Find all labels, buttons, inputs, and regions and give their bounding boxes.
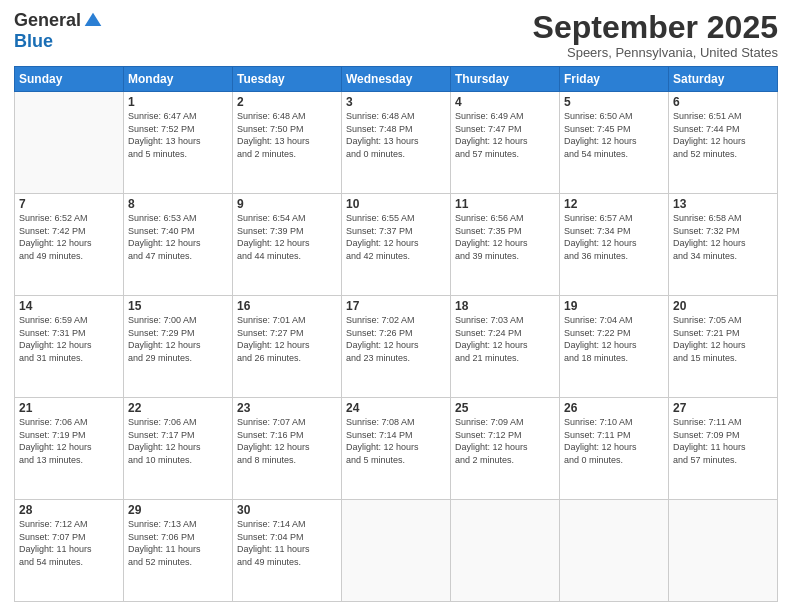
day-info: Sunrise: 7:00 AMSunset: 7:29 PMDaylight:… xyxy=(128,314,228,364)
day-info: Sunrise: 6:53 AMSunset: 7:40 PMDaylight:… xyxy=(128,212,228,262)
day-number: 17 xyxy=(346,299,446,313)
day-info: Sunrise: 6:58 AMSunset: 7:32 PMDaylight:… xyxy=(673,212,773,262)
calendar-week-2: 7Sunrise: 6:52 AMSunset: 7:42 PMDaylight… xyxy=(15,194,778,296)
table-row xyxy=(560,500,669,602)
day-info: Sunrise: 6:50 AMSunset: 7:45 PMDaylight:… xyxy=(564,110,664,160)
table-row: 5Sunrise: 6:50 AMSunset: 7:45 PMDaylight… xyxy=(560,92,669,194)
day-number: 29 xyxy=(128,503,228,517)
calendar-week-1: 1Sunrise: 6:47 AMSunset: 7:52 PMDaylight… xyxy=(15,92,778,194)
day-info: Sunrise: 7:11 AMSunset: 7:09 PMDaylight:… xyxy=(673,416,773,466)
day-info: Sunrise: 7:07 AMSunset: 7:16 PMDaylight:… xyxy=(237,416,337,466)
title-area: September 2025 Speers, Pennsylvania, Uni… xyxy=(533,10,778,60)
table-row: 10Sunrise: 6:55 AMSunset: 7:37 PMDayligh… xyxy=(342,194,451,296)
day-info: Sunrise: 6:59 AMSunset: 7:31 PMDaylight:… xyxy=(19,314,119,364)
day-number: 27 xyxy=(673,401,773,415)
day-number: 4 xyxy=(455,95,555,109)
day-number: 28 xyxy=(19,503,119,517)
day-number: 19 xyxy=(564,299,664,313)
table-row: 1Sunrise: 6:47 AMSunset: 7:52 PMDaylight… xyxy=(124,92,233,194)
day-number: 24 xyxy=(346,401,446,415)
table-row: 13Sunrise: 6:58 AMSunset: 7:32 PMDayligh… xyxy=(669,194,778,296)
day-number: 20 xyxy=(673,299,773,313)
day-number: 12 xyxy=(564,197,664,211)
day-info: Sunrise: 7:05 AMSunset: 7:21 PMDaylight:… xyxy=(673,314,773,364)
day-number: 14 xyxy=(19,299,119,313)
day-number: 10 xyxy=(346,197,446,211)
table-row: 27Sunrise: 7:11 AMSunset: 7:09 PMDayligh… xyxy=(669,398,778,500)
day-number: 13 xyxy=(673,197,773,211)
day-number: 1 xyxy=(128,95,228,109)
table-row xyxy=(15,92,124,194)
table-row: 6Sunrise: 6:51 AMSunset: 7:44 PMDaylight… xyxy=(669,92,778,194)
day-info: Sunrise: 7:06 AMSunset: 7:17 PMDaylight:… xyxy=(128,416,228,466)
table-row: 28Sunrise: 7:12 AMSunset: 7:07 PMDayligh… xyxy=(15,500,124,602)
day-info: Sunrise: 6:55 AMSunset: 7:37 PMDaylight:… xyxy=(346,212,446,262)
col-saturday: Saturday xyxy=(669,67,778,92)
table-row: 16Sunrise: 7:01 AMSunset: 7:27 PMDayligh… xyxy=(233,296,342,398)
day-info: Sunrise: 6:47 AMSunset: 7:52 PMDaylight:… xyxy=(128,110,228,160)
day-info: Sunrise: 7:03 AMSunset: 7:24 PMDaylight:… xyxy=(455,314,555,364)
day-info: Sunrise: 6:56 AMSunset: 7:35 PMDaylight:… xyxy=(455,212,555,262)
day-info: Sunrise: 6:52 AMSunset: 7:42 PMDaylight:… xyxy=(19,212,119,262)
table-row: 25Sunrise: 7:09 AMSunset: 7:12 PMDayligh… xyxy=(451,398,560,500)
table-row xyxy=(669,500,778,602)
day-info: Sunrise: 7:12 AMSunset: 7:07 PMDaylight:… xyxy=(19,518,119,568)
calendar-table: Sunday Monday Tuesday Wednesday Thursday… xyxy=(14,66,778,602)
day-number: 22 xyxy=(128,401,228,415)
month-title: September 2025 xyxy=(533,10,778,45)
calendar-week-5: 28Sunrise: 7:12 AMSunset: 7:07 PMDayligh… xyxy=(15,500,778,602)
table-row: 20Sunrise: 7:05 AMSunset: 7:21 PMDayligh… xyxy=(669,296,778,398)
col-tuesday: Tuesday xyxy=(233,67,342,92)
logo-blue-text: Blue xyxy=(14,31,53,52)
day-number: 25 xyxy=(455,401,555,415)
day-info: Sunrise: 6:51 AMSunset: 7:44 PMDaylight:… xyxy=(673,110,773,160)
table-row: 18Sunrise: 7:03 AMSunset: 7:24 PMDayligh… xyxy=(451,296,560,398)
day-number: 23 xyxy=(237,401,337,415)
day-number: 8 xyxy=(128,197,228,211)
day-number: 21 xyxy=(19,401,119,415)
day-info: Sunrise: 6:48 AMSunset: 7:50 PMDaylight:… xyxy=(237,110,337,160)
day-info: Sunrise: 7:09 AMSunset: 7:12 PMDaylight:… xyxy=(455,416,555,466)
table-row: 4Sunrise: 6:49 AMSunset: 7:47 PMDaylight… xyxy=(451,92,560,194)
logo: General Blue xyxy=(14,10,103,52)
col-wednesday: Wednesday xyxy=(342,67,451,92)
day-info: Sunrise: 7:08 AMSunset: 7:14 PMDaylight:… xyxy=(346,416,446,466)
day-number: 6 xyxy=(673,95,773,109)
table-row: 15Sunrise: 7:00 AMSunset: 7:29 PMDayligh… xyxy=(124,296,233,398)
day-number: 5 xyxy=(564,95,664,109)
day-info: Sunrise: 6:57 AMSunset: 7:34 PMDaylight:… xyxy=(564,212,664,262)
day-info: Sunrise: 7:01 AMSunset: 7:27 PMDaylight:… xyxy=(237,314,337,364)
table-row: 7Sunrise: 6:52 AMSunset: 7:42 PMDaylight… xyxy=(15,194,124,296)
day-info: Sunrise: 7:02 AMSunset: 7:26 PMDaylight:… xyxy=(346,314,446,364)
col-monday: Monday xyxy=(124,67,233,92)
calendar-week-3: 14Sunrise: 6:59 AMSunset: 7:31 PMDayligh… xyxy=(15,296,778,398)
table-row: 8Sunrise: 6:53 AMSunset: 7:40 PMDaylight… xyxy=(124,194,233,296)
col-friday: Friday xyxy=(560,67,669,92)
table-row: 26Sunrise: 7:10 AMSunset: 7:11 PMDayligh… xyxy=(560,398,669,500)
day-number: 7 xyxy=(19,197,119,211)
table-row: 3Sunrise: 6:48 AMSunset: 7:48 PMDaylight… xyxy=(342,92,451,194)
table-row: 30Sunrise: 7:14 AMSunset: 7:04 PMDayligh… xyxy=(233,500,342,602)
table-row: 14Sunrise: 6:59 AMSunset: 7:31 PMDayligh… xyxy=(15,296,124,398)
day-info: Sunrise: 7:04 AMSunset: 7:22 PMDaylight:… xyxy=(564,314,664,364)
day-number: 9 xyxy=(237,197,337,211)
svg-marker-0 xyxy=(85,12,102,25)
day-number: 18 xyxy=(455,299,555,313)
col-sunday: Sunday xyxy=(15,67,124,92)
logo-general-text: General xyxy=(14,10,81,31)
table-row: 11Sunrise: 6:56 AMSunset: 7:35 PMDayligh… xyxy=(451,194,560,296)
logo-icon xyxy=(83,11,103,31)
table-row: 17Sunrise: 7:02 AMSunset: 7:26 PMDayligh… xyxy=(342,296,451,398)
table-row: 19Sunrise: 7:04 AMSunset: 7:22 PMDayligh… xyxy=(560,296,669,398)
day-number: 26 xyxy=(564,401,664,415)
day-number: 16 xyxy=(237,299,337,313)
table-row: 2Sunrise: 6:48 AMSunset: 7:50 PMDaylight… xyxy=(233,92,342,194)
table-row: 22Sunrise: 7:06 AMSunset: 7:17 PMDayligh… xyxy=(124,398,233,500)
day-info: Sunrise: 6:54 AMSunset: 7:39 PMDaylight:… xyxy=(237,212,337,262)
table-row: 24Sunrise: 7:08 AMSunset: 7:14 PMDayligh… xyxy=(342,398,451,500)
day-info: Sunrise: 6:49 AMSunset: 7:47 PMDaylight:… xyxy=(455,110,555,160)
day-info: Sunrise: 7:14 AMSunset: 7:04 PMDaylight:… xyxy=(237,518,337,568)
day-number: 3 xyxy=(346,95,446,109)
table-row xyxy=(451,500,560,602)
table-row: 23Sunrise: 7:07 AMSunset: 7:16 PMDayligh… xyxy=(233,398,342,500)
